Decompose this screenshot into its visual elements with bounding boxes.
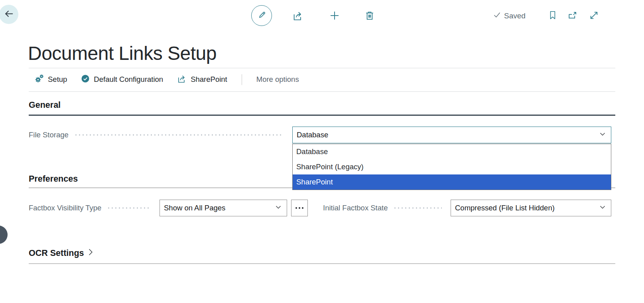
actionbar-bottom-divider (29, 91, 615, 92)
chevron-down-icon[interactable] (598, 130, 607, 141)
share-icon (292, 10, 304, 23)
gears-icon (34, 73, 44, 85)
chevron-down-icon[interactable] (274, 203, 283, 214)
plus-icon (329, 10, 341, 23)
initial-factbox-state-field-row: Initial Factbox State (323, 200, 447, 216)
factbox-assist-edit-button[interactable] (291, 200, 308, 216)
action-sharepoint[interactable]: SharePoint (177, 73, 227, 86)
factbox-visibility-value: Show on All Pages (164, 204, 274, 212)
bookmark-icon (547, 10, 558, 22)
factbox-visibility-label: Factbox Visibility Type (29, 204, 101, 212)
share-button[interactable] (292, 10, 304, 22)
actionbar-separator (242, 74, 242, 85)
section-heading-general[interactable]: General (29, 100, 61, 110)
file-storage-dropdown-list: Database SharePoint (Legacy) SharePoint (292, 144, 611, 190)
check-icon (493, 11, 501, 21)
file-storage-value: Database (297, 131, 598, 139)
section-heading-ocr-settings[interactable]: OCR Settings (29, 248, 94, 259)
dotted-leader (74, 134, 283, 136)
open-window-icon (567, 10, 579, 22)
open-window-button[interactable] (567, 10, 579, 22)
share-icon (177, 73, 187, 86)
back-arrow-icon (4, 8, 14, 20)
initial-factbox-state-label: Initial Factbox State (323, 204, 388, 212)
dotted-leader (393, 207, 442, 209)
ocr-section-rule (29, 263, 615, 264)
action-sharepoint-label: SharePoint (191, 75, 227, 84)
save-status-label: Saved (504, 12, 526, 20)
section-heading-preferences[interactable]: Preferences (29, 174, 78, 184)
chevron-down-icon[interactable] (598, 203, 607, 214)
factbox-visibility-field-row: Factbox Visibility Type (29, 200, 156, 216)
delete-button[interactable] (364, 10, 376, 22)
ocr-settings-label: OCR Settings (29, 248, 84, 258)
bookmark-button[interactable] (547, 10, 558, 22)
new-button[interactable] (329, 10, 341, 22)
edge-floating-circle[interactable] (0, 226, 8, 244)
file-storage-field-row: File Storage (29, 127, 288, 143)
action-bar: Setup Default Configuration SharePoint M… (34, 71, 299, 88)
pencil-icon (256, 10, 267, 22)
trash-icon (364, 10, 375, 22)
document-links-setup-page: Saved Document Links Setup (0, 0, 644, 303)
expand-icon (588, 10, 600, 22)
file-storage-select[interactable]: Database (292, 127, 611, 143)
actionbar-top-divider (29, 68, 615, 68)
more-options-button[interactable]: More options (256, 75, 299, 84)
save-status: Saved (493, 11, 526, 21)
edit-button[interactable] (251, 5, 272, 26)
action-default-configuration[interactable]: Default Configuration (81, 74, 163, 85)
dropdown-option-sharepoint[interactable]: SharePoint (293, 174, 611, 190)
initial-factbox-state-select[interactable]: Compressed (File List Hidden) (451, 200, 611, 216)
back-button[interactable] (0, 5, 18, 24)
action-default-configuration-label: Default Configuration (94, 75, 163, 84)
action-setup[interactable]: Setup (34, 73, 67, 85)
action-setup-label: Setup (48, 75, 67, 84)
ellipsis-icon (295, 207, 303, 209)
general-section-rule (29, 115, 615, 116)
initial-factbox-state-value: Compressed (File List Hidden) (455, 204, 598, 212)
dropdown-option-database[interactable]: Database (293, 144, 611, 159)
file-storage-label: File Storage (29, 131, 69, 139)
page-title: Document Links Setup (28, 42, 217, 64)
dropdown-option-sharepoint-legacy[interactable]: SharePoint (Legacy) (293, 159, 611, 174)
chevron-right-icon (87, 248, 94, 259)
dotted-leader (107, 207, 151, 209)
factbox-visibility-select[interactable]: Show on All Pages (160, 200, 287, 216)
check-circle-icon (81, 74, 90, 85)
expand-button[interactable] (588, 10, 600, 22)
